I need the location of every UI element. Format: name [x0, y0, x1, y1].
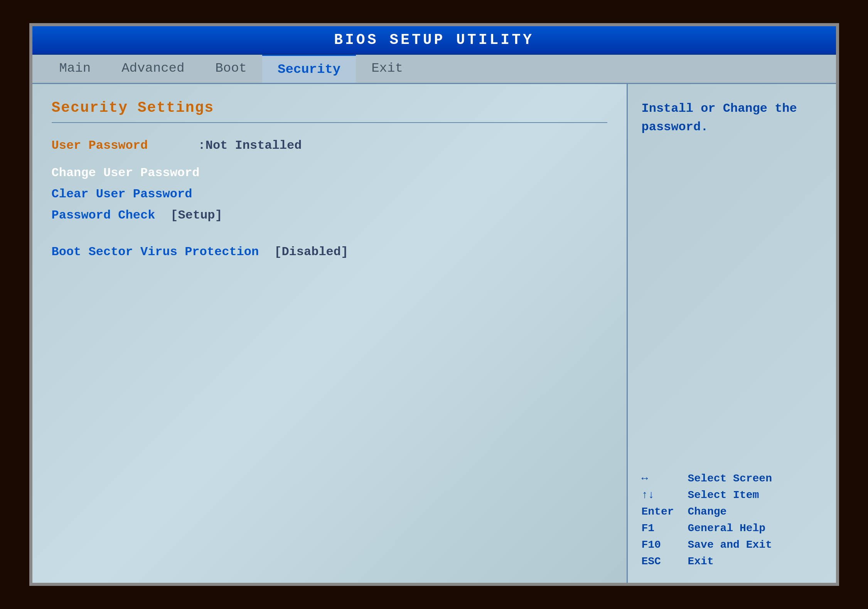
content-area: Security Settings User Password :Not Ins… — [32, 84, 836, 583]
key-name: F10 — [642, 539, 680, 551]
menu-item-boot[interactable]: Boot — [200, 55, 262, 83]
key-hint-row: EnterChange — [642, 506, 822, 518]
menu-item-security[interactable]: Security — [262, 55, 356, 83]
password-check-value: [Setup] — [170, 208, 222, 222]
key-name: ESC — [642, 555, 680, 567]
key-name: Enter — [642, 506, 680, 518]
key-name: ↑↓ — [642, 489, 680, 501]
clear-user-password-option[interactable]: Clear User Password — [52, 185, 607, 203]
menu-bar: MainAdvancedBootSecurityExit — [32, 55, 836, 84]
boot-sector-value: [Disabled] — [274, 245, 348, 259]
title-bar: BIOS SETUP UTILITY — [32, 26, 836, 55]
change-user-password-label: Change User Password — [52, 164, 200, 182]
right-panel: Install or Change the password. ↔Select … — [628, 84, 836, 583]
divider — [52, 122, 607, 123]
password-check-option[interactable]: Password Check [Setup] — [52, 207, 607, 224]
user-password-label: User Password — [52, 138, 198, 153]
key-hint-row: ↑↓Select Item — [642, 489, 822, 501]
key-hints: ↔Select Screen↑↓Select ItemEnterChangeF1… — [642, 473, 822, 567]
key-hint-row: ↔Select Screen — [642, 473, 822, 485]
key-hint-row: F1General Help — [642, 522, 822, 534]
key-desc: Select Item — [688, 489, 759, 501]
help-text: Install or Change the password. — [642, 99, 822, 136]
key-hint-row: ESCExit — [642, 555, 822, 567]
key-desc: Select Screen — [688, 473, 772, 485]
menu-item-main[interactable]: Main — [44, 55, 106, 83]
key-name: ↔ — [642, 473, 680, 485]
bios-screen: BIOS SETUP UTILITY MainAdvancedBootSecur… — [29, 23, 839, 586]
change-user-password-option[interactable]: Change User Password — [52, 164, 607, 182]
title-text: BIOS SETUP UTILITY — [334, 32, 534, 48]
key-desc: Change — [688, 506, 727, 518]
menu-item-advanced[interactable]: Advanced — [106, 55, 200, 83]
clear-user-password-label: Clear User Password — [52, 187, 192, 201]
boot-sector-label: Boot Sector Virus Protection — [52, 245, 259, 259]
user-password-value: :Not Installed — [198, 138, 302, 153]
user-password-row: User Password :Not Installed — [52, 138, 607, 153]
spacer — [52, 228, 607, 239]
boot-sector-option[interactable]: Boot Sector Virus Protection [Disabled] — [52, 243, 607, 261]
menu-options: Change User Password Clear User Password… — [52, 164, 607, 261]
key-desc: General Help — [688, 522, 766, 534]
left-panel: Security Settings User Password :Not Ins… — [32, 84, 628, 583]
key-hint-row: F10Save and Exit — [642, 539, 822, 551]
key-desc: Exit — [688, 555, 714, 567]
menu-item-exit[interactable]: Exit — [356, 55, 418, 83]
password-check-label: Password Check — [52, 208, 155, 222]
key-name: F1 — [642, 522, 680, 534]
section-title: Security Settings — [52, 99, 607, 116]
key-desc: Save and Exit — [688, 539, 772, 551]
